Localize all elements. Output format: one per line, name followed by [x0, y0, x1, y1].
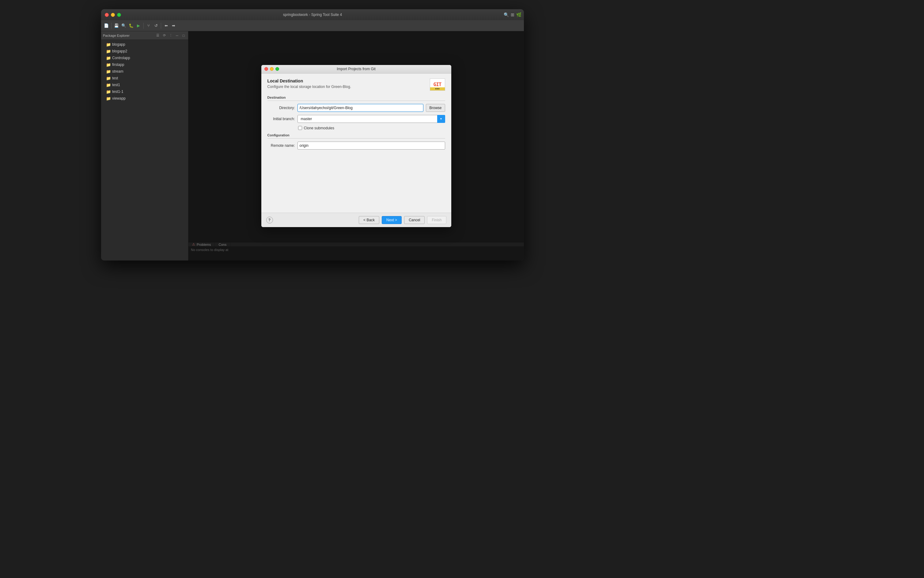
configuration-section-label: Configuration	[267, 133, 445, 138]
directory-input[interactable]	[297, 104, 424, 112]
initial-branch-label: Initial branch:	[267, 117, 295, 121]
run-icon[interactable]: ▶	[135, 23, 142, 29]
git-logo-bottom: ▪▪▪	[430, 87, 445, 91]
logo-icon: 🌿	[516, 12, 522, 17]
sidebar-sync-icon[interactable]: ⟳	[162, 33, 167, 38]
initial-branch-row: Initial branch: master ▾	[267, 115, 445, 123]
folder-icon: 📁	[106, 49, 111, 54]
sidebar-header-icons: ☰ ⟳ ⋮ ─ □	[155, 33, 186, 38]
clone-submodules-checkbox[interactable]	[298, 126, 302, 130]
dialog-overlay: Import Projects from Git Local Destinati…	[188, 31, 524, 260]
maximize-button[interactable]	[117, 13, 121, 17]
directory-row: Directory: Browse	[267, 104, 445, 112]
remote-name-row: Remote name:	[267, 141, 445, 149]
main-toolbar: 📄 💾 🔍 🐛 ▶ ⑂ ↺ ⬅ ➡	[101, 20, 524, 31]
dialog-header-section: Local Destination Configure the local st…	[267, 78, 445, 91]
clone-submodules-label[interactable]: Clone submodules	[304, 126, 334, 130]
destination-section-label: Destination	[267, 96, 445, 101]
save-icon[interactable]: 💾	[113, 23, 120, 29]
forward-nav-icon[interactable]: ➡	[170, 23, 177, 29]
remote-name-input[interactable]	[297, 141, 445, 149]
back-button[interactable]: < Back	[359, 216, 379, 224]
sidebar-list-icon[interactable]: ☰	[155, 33, 160, 38]
finish-button[interactable]: Finish	[427, 216, 446, 224]
title-bar: springbootwork - Spring Tool Suite 4 🔍 ⊞…	[101, 9, 524, 20]
folder-icon: 📁	[106, 69, 111, 74]
new-file-icon[interactable]: 📄	[103, 23, 110, 29]
folder-icon: 📁	[106, 96, 111, 101]
empty-area	[267, 153, 445, 208]
sidebar-item-test1[interactable]: 📁test1	[101, 81, 188, 88]
sidebar-item-controlapp[interactable]: 📁Controlapp	[101, 55, 188, 61]
back-nav-icon[interactable]: ⬅	[163, 23, 169, 29]
folder-icon: 📁	[106, 63, 111, 67]
sidebar: Package Explorer ☰ ⟳ ⋮ ─ □ 📁blogapp📁blog…	[101, 31, 188, 260]
sidebar-item-blogapp[interactable]: 📁blogapp	[101, 41, 188, 48]
minimize-button[interactable]	[111, 13, 115, 17]
traffic-lights[interactable]	[105, 13, 121, 17]
sidebar-minimize-icon[interactable]: ─	[174, 33, 180, 38]
toolbar-separator-3	[161, 23, 161, 29]
grid-icon[interactable]: ⊞	[511, 12, 514, 17]
folder-icon: 📁	[106, 42, 111, 47]
sidebar-item-firstapp[interactable]: 📁firstapp	[101, 61, 188, 68]
sidebar-more-icon[interactable]: ⋮	[168, 33, 173, 38]
sidebar-maximize-icon[interactable]: □	[181, 33, 186, 38]
folder-icon: 📁	[106, 89, 111, 94]
content-area: Import Projects from Git Local Destinati…	[188, 31, 524, 260]
initial-branch-wrapper: master ▾	[297, 115, 445, 123]
folder-icon: 📁	[106, 76, 111, 81]
sidebar-header: Package Explorer ☰ ⟳ ⋮ ─ □	[101, 31, 188, 40]
close-button[interactable]	[105, 13, 109, 17]
dialog-title: Import Projects from Git	[337, 67, 376, 71]
git-icon[interactable]: ⑂	[145, 23, 152, 29]
help-button[interactable]: ?	[266, 217, 273, 223]
directory-label: Directory:	[267, 106, 295, 110]
dialog-footer: ? < Back Next > Cancel Finish	[261, 213, 451, 227]
dialog-subtitle: Configure the local storage location for…	[267, 84, 352, 89]
folder-icon: 📁	[106, 56, 111, 60]
git-logo: GIT ▪▪▪	[430, 78, 445, 91]
sidebar-item-viewapp[interactable]: 📁viewapp	[101, 95, 188, 102]
import-projects-dialog: Import Projects from Git Local Destinati…	[261, 65, 451, 227]
sidebar-tree: 📁blogapp📁blogapp2📁Controlapp📁firstapp📁st…	[101, 40, 188, 260]
dialog-minimize-button[interactable]	[270, 67, 274, 71]
window-title: springbootwork - Spring Tool Suite 4	[283, 13, 342, 17]
sidebar-item-test[interactable]: 📁test	[101, 75, 188, 81]
sidebar-item-stream[interactable]: 📁stream	[101, 68, 188, 75]
dialog-traffic-lights[interactable]	[264, 67, 279, 71]
search-icon[interactable]: 🔍	[120, 23, 127, 29]
cancel-button[interactable]: Cancel	[404, 216, 425, 224]
search-icon[interactable]: 🔍	[504, 12, 509, 17]
sidebar-item-blogapp2[interactable]: 📁blogapp2	[101, 48, 188, 55]
initial-branch-select[interactable]: master	[297, 115, 445, 123]
dialog-maximize-button[interactable]	[276, 67, 279, 71]
next-button[interactable]: Next >	[382, 216, 402, 224]
dialog-main-title: Local Destination	[267, 78, 352, 83]
clone-submodules-row: Clone submodules	[267, 126, 445, 130]
toolbar-separator-2	[143, 23, 144, 29]
package-explorer-title: Package Explorer	[103, 34, 153, 37]
dialog-header-left: Local Destination Configure the local st…	[267, 78, 352, 89]
browse-button[interactable]: Browse	[426, 104, 445, 112]
folder-icon: 📁	[106, 83, 111, 87]
debug-icon[interactable]: 🐛	[128, 23, 135, 29]
dialog-close-button[interactable]	[264, 67, 268, 71]
sidebar-item-test1-1[interactable]: 📁test1-1	[101, 88, 188, 95]
dialog-body: Local Destination Configure the local st…	[261, 73, 451, 213]
refresh-icon[interactable]: ↺	[152, 23, 159, 29]
remote-name-label: Remote name:	[267, 143, 295, 148]
toolbar-separator-1	[111, 23, 112, 29]
dialog-title-bar: Import Projects from Git	[261, 65, 451, 73]
